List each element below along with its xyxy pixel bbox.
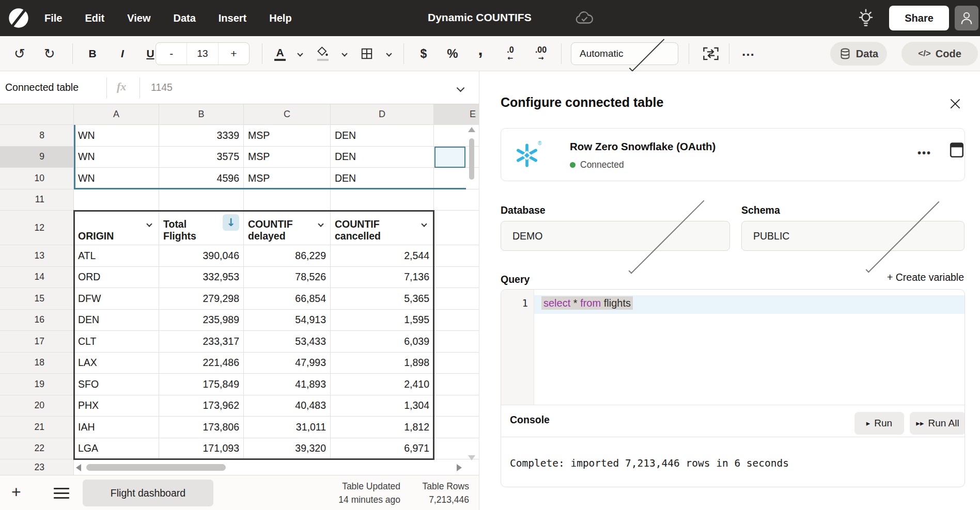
cell[interactable]: 1,304 [331, 395, 434, 417]
table-header-origin[interactable]: ORIGIN [74, 211, 159, 245]
fill-color-dropdown[interactable] [337, 36, 352, 71]
cell[interactable]: LAX [74, 353, 159, 374]
scroll-left-arrow-icon[interactable] [76, 464, 81, 471]
row-number[interactable]: 11 [0, 189, 74, 211]
row-number[interactable]: 18 [0, 353, 74, 374]
data-view-button[interactable]: Data [830, 42, 887, 66]
cell[interactable]: MSP [244, 147, 331, 168]
column-header-c[interactable]: C [244, 104, 331, 125]
sheet-list-menu-icon[interactable] [54, 488, 69, 499]
cell[interactable]: DFW [74, 288, 159, 310]
cell[interactable] [159, 189, 244, 211]
connector-card[interactable]: ® Row Zero Snowflake (OAuth) Connected •… [501, 128, 965, 181]
cell[interactable]: ATL [74, 245, 159, 267]
cell[interactable]: DEN [331, 147, 434, 168]
cell[interactable]: SFO [74, 374, 159, 395]
run-all-button[interactable]: ▸▸ Run All [910, 412, 965, 435]
cell[interactable]: 173,806 [159, 417, 244, 438]
cell[interactable]: 40,483 [244, 395, 331, 417]
horizontal-scroll-thumb[interactable] [86, 464, 226, 471]
cell[interactable]: 2,544 [331, 245, 434, 267]
table-header-countif-cancelled[interactable]: COUNTIF cancelled [331, 211, 434, 245]
vertical-scrollbar[interactable] [468, 127, 476, 460]
horizontal-scrollbar[interactable] [74, 460, 466, 475]
cell[interactable]: DEN [331, 125, 434, 147]
more-options-button[interactable]: … [736, 36, 760, 71]
increase-font-size-button[interactable]: + [219, 43, 249, 65]
vertical-scroll-thumb[interactable] [469, 138, 474, 180]
add-sheet-button[interactable]: + [11, 483, 21, 502]
connector-more-button[interactable]: ••• [917, 147, 931, 159]
bold-button[interactable]: B [82, 36, 103, 71]
menu-help[interactable]: Help [269, 12, 291, 24]
cell[interactable]: 2,410 [331, 374, 434, 395]
borders-button[interactable] [355, 36, 378, 71]
cell[interactable] [74, 189, 159, 211]
italic-button[interactable]: I [112, 36, 133, 71]
menu-insert[interactable]: Insert [219, 12, 246, 24]
cell[interactable]: 173,962 [159, 395, 244, 417]
comma-format-button[interactable]: , [470, 36, 491, 71]
cell[interactable]: 7,136 [331, 267, 434, 289]
scroll-right-arrow-icon[interactable] [457, 464, 462, 471]
cell[interactable] [331, 189, 434, 211]
column-header-a[interactable]: A [74, 104, 159, 125]
cell[interactable]: PHX [74, 395, 159, 417]
workbook-title[interactable]: Dynamic COUNTIFS [428, 11, 532, 24]
cell[interactable]: 332,953 [159, 267, 244, 289]
schema-select[interactable]: PUBLIC [741, 221, 965, 251]
cell[interactable]: LGA [74, 438, 159, 460]
sql-code-input[interactable]: select * from flights [541, 296, 633, 310]
menu-file[interactable]: File [44, 12, 62, 24]
rowzero-logo-icon[interactable] [7, 7, 30, 29]
formula-toggle-button[interactable] [696, 36, 725, 71]
cell[interactable]: 4596 [159, 168, 244, 189]
cell[interactable]: WN [74, 168, 159, 189]
cell[interactable]: 3339 [159, 125, 244, 147]
cell[interactable]: 39,320 [244, 438, 331, 460]
cell[interactable]: DEN [331, 168, 434, 189]
cell[interactable]: MSP [244, 125, 331, 147]
cell[interactable]: 1,595 [331, 310, 434, 331]
row-number[interactable]: 19 [0, 374, 74, 395]
menu-data[interactable]: Data [173, 12, 195, 24]
cell[interactable]: 54,913 [244, 310, 331, 331]
schedule-calendar-icon[interactable] [948, 141, 965, 161]
increase-decimal-button[interactable]: .00→ [528, 36, 554, 71]
cell[interactable]: WN [74, 147, 159, 168]
sort-descending-button[interactable]: ↓ [223, 214, 239, 231]
row-number[interactable]: 17 [0, 331, 74, 353]
undo-button[interactable]: ↺ [8, 36, 31, 71]
user-avatar[interactable] [955, 6, 978, 30]
cell[interactable]: 41,893 [244, 374, 331, 395]
percent-format-button[interactable]: % [441, 36, 464, 71]
number-format-select[interactable]: Automatic [571, 42, 678, 65]
cell[interactable]: 233,317 [159, 331, 244, 353]
row-number[interactable]: 20 [0, 395, 74, 417]
column-header-b[interactable]: B [159, 104, 244, 125]
cell[interactable]: MSP [244, 168, 331, 189]
menu-edit[interactable]: Edit [85, 12, 104, 24]
column-menu-chevron-icon[interactable] [422, 217, 426, 229]
decrease-decimal-button[interactable]: .0← [498, 36, 523, 71]
create-variable-link[interactable]: + Create variable [887, 272, 964, 283]
row-number[interactable]: 12 [0, 211, 74, 245]
row-number[interactable]: 15 [0, 288, 74, 310]
column-menu-chevron-icon[interactable] [319, 217, 323, 229]
cell[interactable]: CLT [74, 331, 159, 353]
close-icon[interactable] [948, 97, 962, 113]
scroll-up-arrow-icon[interactable] [468, 127, 475, 132]
code-view-button[interactable]: </> Code [901, 42, 978, 66]
cell[interactable]: 31,011 [244, 417, 331, 438]
column-menu-chevron-icon[interactable] [147, 217, 151, 229]
text-color-dropdown[interactable] [292, 36, 308, 71]
cell[interactable]: 235,989 [159, 310, 244, 331]
row-number[interactable]: 13 [0, 245, 74, 267]
column-header-d[interactable]: D [331, 104, 434, 125]
select-all-corner[interactable] [0, 104, 74, 125]
name-box[interactable]: Connected table [5, 82, 79, 93]
cell[interactable]: ORD [74, 267, 159, 289]
font-size-value[interactable]: 13 [186, 43, 218, 65]
cell[interactable]: 390,046 [159, 245, 244, 267]
cell[interactable]: 6,039 [331, 331, 434, 353]
